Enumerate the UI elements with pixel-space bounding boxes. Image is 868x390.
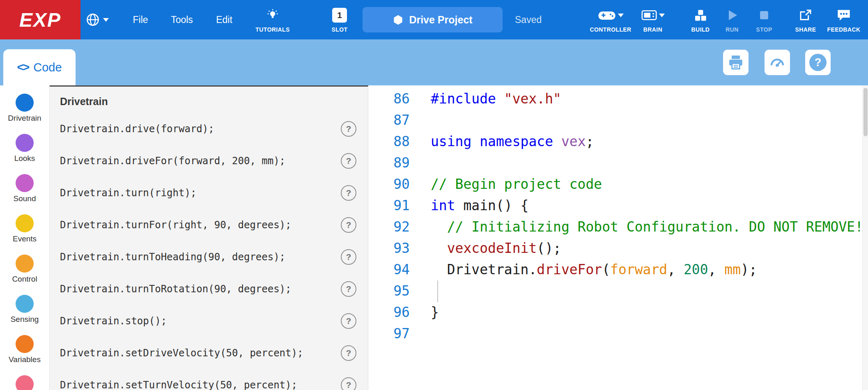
code-line[interactable]: 86#include "vex.h" <box>368 88 868 110</box>
code-lines: 86#include "vex.h"8788using namespace ve… <box>368 85 868 344</box>
language-menu-button[interactable] <box>85 0 109 39</box>
category-label: Sensing <box>11 315 39 324</box>
category-color-dot <box>16 255 34 273</box>
code-line[interactable]: 88using namespace vex; <box>368 131 868 152</box>
feedback-button[interactable]: FEEDBACK <box>824 0 864 39</box>
command-list-item[interactable]: Drivetrain.stop();? <box>50 305 368 337</box>
controller-label: CONTROLLER <box>590 26 631 33</box>
run-play-icon <box>726 9 739 22</box>
command-text: Drivetrain.stop(); <box>60 315 167 327</box>
stop-button[interactable]: STOP <box>750 0 778 39</box>
command-list-item[interactable]: Drivetrain.turnFor(right, 90, degrees);? <box>50 209 368 241</box>
line-number: 87 <box>368 110 410 131</box>
controller-button[interactable]: CONTROLLER <box>589 0 632 39</box>
sidebar-category-drivetrain[interactable]: Drivetrain <box>0 94 49 134</box>
code-line[interactable]: 92 // Initializing Robot Configuration. … <box>368 216 868 238</box>
command-text: Drivetrain.turnFor(right, 90, degrees); <box>60 219 292 231</box>
category-sidebar: DrivetrainLooksSoundEventsControlSensing… <box>0 85 50 390</box>
code-line[interactable]: 94 Drivetrain.driveFor(forward, 200, mm)… <box>368 259 868 280</box>
chevron-down-icon <box>618 14 624 17</box>
tutorials-button[interactable]: TUTORIALS <box>251 0 294 39</box>
sidebar-category-events[interactable]: Events <box>0 214 49 255</box>
code-token: ); <box>741 262 757 278</box>
category-label: Looks <box>14 154 35 163</box>
command-list-item[interactable]: Drivetrain.turnToRotation(90, degrees);? <box>50 273 368 305</box>
code-token: // Initializing Robot Configuration. DO … <box>447 219 863 235</box>
code-token <box>431 219 447 235</box>
code-line[interactable]: 90// Begin project code <box>368 174 868 195</box>
category-label: Control <box>12 275 37 284</box>
slot-number-icon: 1 <box>332 8 347 23</box>
editor-scrollbar[interactable] <box>862 85 868 390</box>
code-token: "vex.h" <box>504 91 561 107</box>
code-token <box>553 133 561 149</box>
menu-edit[interactable]: Edit <box>213 0 236 39</box>
command-list-item[interactable]: Drivetrain.setTurnVelocity(50, percent);… <box>50 369 368 390</box>
line-number: 96 <box>368 302 410 323</box>
code-line[interactable]: 93 vexcodeInit(); <box>368 238 868 259</box>
code-token: (); <box>537 240 561 256</box>
tab-code[interactable]: <> Code <box>3 49 76 85</box>
code-line[interactable]: 95 <box>368 280 868 302</box>
code-token: ( <box>602 262 610 278</box>
code-editor[interactable]: 86#include "vex.h"8788using namespace ve… <box>368 85 868 390</box>
command-list-item[interactable]: Drivetrain.driveFor(forward, 200, mm);? <box>50 145 368 177</box>
code-line[interactable]: 87 <box>368 110 868 131</box>
help-question-icon: ? <box>809 54 827 71</box>
sidebar-category-control[interactable]: Control <box>0 255 49 295</box>
code-line[interactable]: 96} <box>368 302 868 323</box>
command-help-button[interactable]: ? <box>341 121 356 137</box>
hexagon-icon <box>393 14 404 25</box>
save-status: Saved <box>515 0 542 39</box>
brain-button[interactable]: BRAIN <box>636 0 670 39</box>
command-help-button[interactable]: ? <box>341 153 356 169</box>
help-button[interactable]: ? <box>805 50 831 75</box>
scrollbar-thumb[interactable] <box>863 88 868 136</box>
code-line[interactable]: 89 <box>368 152 868 174</box>
slot-label: SLOT <box>332 26 348 33</box>
command-help-button[interactable]: ? <box>341 217 356 233</box>
tutorials-label: TUTORIALS <box>255 26 289 33</box>
run-button[interactable]: RUN <box>719 0 746 39</box>
share-label: SHARE <box>795 26 816 33</box>
command-list-item[interactable]: Drivetrain.turnToHeading(90, degrees);? <box>50 241 368 273</box>
command-list-item[interactable]: Drivetrain.setDriveVelocity(50, percent)… <box>50 337 368 369</box>
code-token <box>471 133 480 149</box>
code-text: } <box>431 302 439 323</box>
build-button[interactable]: BUILD <box>684 0 717 39</box>
print-button[interactable] <box>723 50 749 75</box>
build-label: BUILD <box>691 26 710 33</box>
command-help-button[interactable]: ? <box>341 377 356 390</box>
menu-tools[interactable]: Tools <box>168 0 195 39</box>
slot-button[interactable]: 1 SLOT <box>324 0 356 39</box>
code-token: // Begin project code <box>431 176 602 192</box>
command-help-button[interactable]: ? <box>341 313 356 329</box>
build-blocks-icon <box>693 8 707 22</box>
project-name-button[interactable]: Drive Project <box>363 7 503 32</box>
dashboard-button[interactable] <box>765 50 790 75</box>
sidebar-category-sensing[interactable]: Sensing <box>0 295 49 335</box>
line-number: 91 <box>368 195 410 216</box>
sidebar-category-unnamed[interactable] <box>0 375 49 390</box>
code-text: // Initializing Robot Configuration. DO … <box>431 216 863 238</box>
command-list-item[interactable]: Drivetrain.turn(right);? <box>50 177 368 209</box>
sidebar-category-variables[interactable]: Variables <box>0 335 49 375</box>
command-help-button[interactable]: ? <box>341 281 356 297</box>
sidebar-category-looks[interactable]: Looks <box>0 134 49 174</box>
app-logo[interactable]: EXP <box>0 0 80 39</box>
code-line[interactable]: 97 <box>368 323 868 344</box>
stop-square-icon <box>758 9 770 21</box>
line-number: 86 <box>368 88 410 110</box>
menu-file[interactable]: File <box>128 0 153 39</box>
indent-guide <box>437 280 438 302</box>
code-token: 200 <box>684 262 708 278</box>
command-help-button[interactable]: ? <box>341 345 356 361</box>
share-icon <box>799 9 812 22</box>
sidebar-category-sound[interactable]: Sound <box>0 174 49 214</box>
share-button[interactable]: SHARE <box>790 0 821 39</box>
command-help-button[interactable]: ? <box>341 185 356 201</box>
command-list-item[interactable]: Drivetrain.drive(forward);? <box>50 113 368 145</box>
command-help-button[interactable]: ? <box>341 249 356 265</box>
code-line[interactable]: 91int main() { <box>368 195 868 216</box>
category-label: Events <box>13 234 37 243</box>
